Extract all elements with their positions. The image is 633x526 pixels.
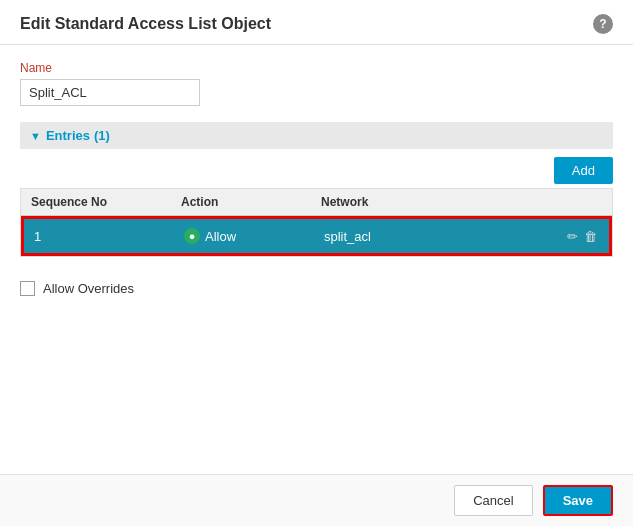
entries-count: (1) — [94, 128, 110, 143]
allow-overrides-checkbox[interactable] — [20, 281, 35, 296]
col-header-action: Action — [171, 189, 311, 215]
entries-table: Sequence No Action Network 1 ● Allow spl… — [20, 188, 613, 257]
allow-icon: ● — [184, 228, 200, 244]
entries-header: ▼ Entries (1) — [20, 122, 613, 149]
add-button[interactable]: Add — [554, 157, 613, 184]
dialog-header: Edit Standard Access List Object ? — [0, 0, 633, 45]
cell-action: ● Allow — [174, 222, 314, 250]
col-header-seq: Sequence No — [21, 189, 171, 215]
cancel-button[interactable]: Cancel — [454, 485, 532, 516]
add-button-row: Add — [20, 157, 613, 184]
dialog-title: Edit Standard Access List Object — [20, 15, 271, 33]
name-input[interactable] — [20, 79, 200, 106]
table-header: Sequence No Action Network — [21, 189, 612, 216]
dialog-body: Name ▼ Entries (1) Add Sequence No Actio… — [0, 45, 633, 474]
cell-row-actions: ✏ 🗑 — [549, 223, 609, 250]
entries-label: Entries — [46, 128, 90, 143]
cell-network: split_acl — [314, 223, 549, 250]
help-icon[interactable]: ? — [593, 14, 613, 34]
col-header-btns — [552, 189, 612, 215]
edit-icon[interactable]: ✏ — [567, 229, 578, 244]
allow-overrides-label: Allow Overrides — [43, 281, 134, 296]
save-button[interactable]: Save — [543, 485, 613, 516]
dialog-footer: Cancel Save — [0, 474, 633, 526]
entries-arrow-icon: ▼ — [30, 130, 41, 142]
action-cell: ● Allow — [184, 228, 304, 244]
allow-overrides-section: Allow Overrides — [20, 281, 613, 296]
col-header-network: Network — [311, 189, 552, 215]
entries-section: ▼ Entries (1) Add Sequence No Action Net… — [20, 122, 613, 257]
cell-seq: 1 — [24, 223, 174, 250]
delete-icon[interactable]: 🗑 — [584, 229, 597, 244]
edit-dialog: Edit Standard Access List Object ? Name … — [0, 0, 633, 526]
row-icons: ✏ 🗑 — [559, 229, 599, 244]
table-row: 1 ● Allow split_acl ✏ 🗑 — [21, 216, 612, 256]
name-label: Name — [20, 61, 613, 75]
action-label: Allow — [205, 229, 236, 244]
